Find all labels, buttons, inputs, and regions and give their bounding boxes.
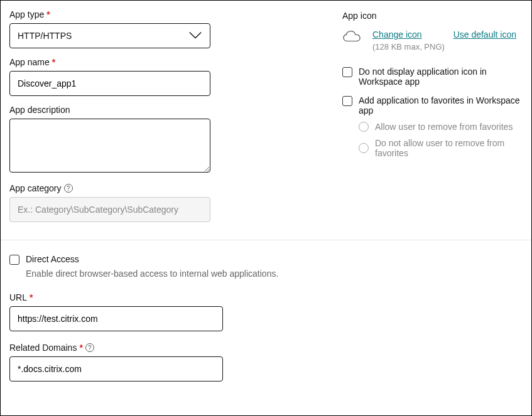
cloud-icon xyxy=(342,29,361,45)
app-type-value: HTTP/HTTPS xyxy=(18,31,72,41)
direct-access-label: Direct Access xyxy=(26,254,79,264)
add-favorites-checkbox[interactable] xyxy=(342,96,352,106)
app-category-label-text: App category xyxy=(9,183,62,193)
change-icon-link[interactable]: Change icon xyxy=(372,29,422,40)
disallow-remove-label: Do not allow user to remove from favorit… xyxy=(375,138,523,158)
related-domains-input[interactable] xyxy=(9,356,223,381)
chevron-down-icon xyxy=(188,31,202,41)
help-icon[interactable]: ? xyxy=(85,343,94,352)
app-icon-label: App icon xyxy=(342,11,523,21)
app-description-label-text: App description xyxy=(9,105,70,115)
use-default-icon-link[interactable]: Use default icon xyxy=(453,29,516,40)
allow-remove-label: Allow user to remove from favorites xyxy=(375,122,513,132)
app-type-select[interactable]: HTTP/HTTPS xyxy=(9,23,210,48)
required-asterisk: * xyxy=(46,9,50,19)
app-type-label-text: App type xyxy=(9,9,44,19)
url-label-text: URL xyxy=(9,292,27,302)
app-category-input[interactable] xyxy=(9,197,210,222)
direct-access-description: Enable direct browser-based access to in… xyxy=(26,269,523,279)
app-category-label: App category ? xyxy=(9,183,210,193)
url-input[interactable] xyxy=(9,306,223,331)
icon-hint: (128 KB max, PNG) xyxy=(372,42,516,51)
section-divider xyxy=(1,240,531,240)
hide-icon-label: Do not display application icon in Works… xyxy=(359,67,523,87)
required-asterisk: * xyxy=(79,343,82,353)
related-domains-label-text: Related Domains xyxy=(9,343,77,353)
app-name-label-text: App name xyxy=(9,57,50,67)
allow-remove-radio[interactable] xyxy=(359,122,369,132)
app-type-label: App type * xyxy=(9,9,210,19)
related-domains-label: Related Domains * ? xyxy=(9,343,523,353)
app-name-label: App name * xyxy=(9,57,210,67)
add-favorites-label: Add application to favorites in Workspac… xyxy=(359,95,523,115)
required-asterisk: * xyxy=(52,57,55,67)
direct-access-checkbox[interactable] xyxy=(9,255,19,265)
app-name-input[interactable] xyxy=(9,71,210,96)
url-label: URL * xyxy=(9,292,523,302)
hide-icon-checkbox[interactable] xyxy=(342,67,352,77)
required-asterisk: * xyxy=(30,292,33,302)
disallow-remove-radio[interactable] xyxy=(359,143,369,153)
app-description-textarea[interactable] xyxy=(9,119,210,173)
app-description-label: App description xyxy=(9,105,210,115)
help-icon[interactable]: ? xyxy=(64,184,73,193)
